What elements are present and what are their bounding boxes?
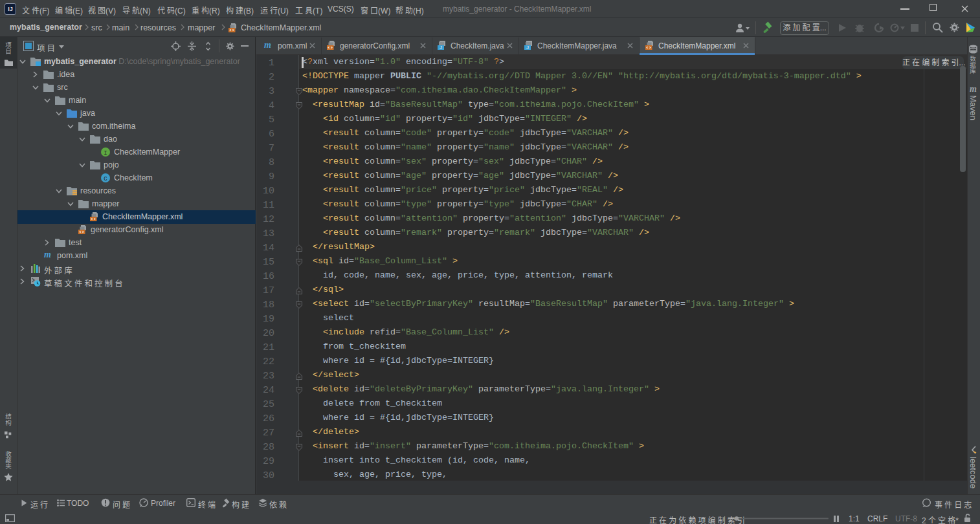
svg-text:J: J — [526, 45, 529, 50]
svg-text:C: C — [104, 176, 107, 182]
svg-text:J: J — [440, 45, 442, 50]
svg-text:I: I — [104, 150, 107, 157]
